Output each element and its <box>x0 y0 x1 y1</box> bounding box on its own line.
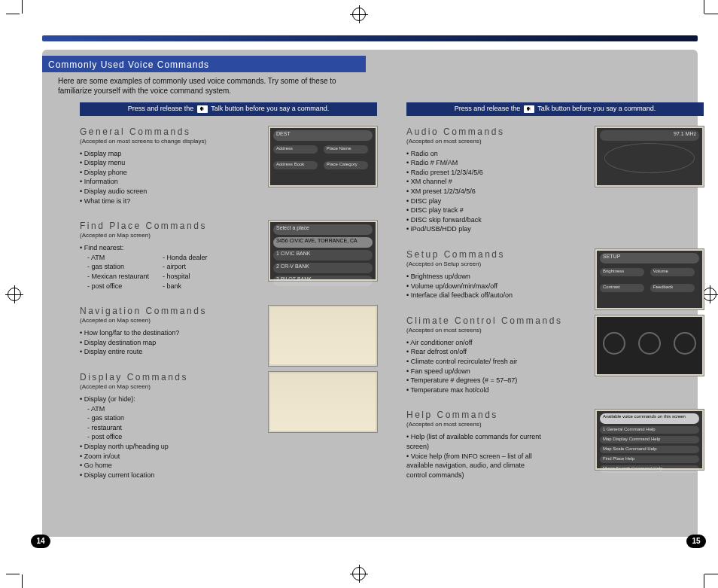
crop-mark <box>22 0 23 14</box>
right-column: Press and release the 🗣 Talk button befo… <box>406 102 704 495</box>
press-pre: Press and release the <box>455 105 521 112</box>
page-number-left: 14 <box>31 535 50 548</box>
talk-icon: 🗣 <box>524 105 534 113</box>
crop-mark <box>704 0 704 14</box>
press-post: Talk button before you say a command. <box>211 105 329 112</box>
cmd-block: Help Commands(Accepted on most screens)H… <box>406 410 704 480</box>
cmd-block: Climate Control Commands(Accepted on mos… <box>406 315 704 395</box>
press-pre: Press and release the <box>128 105 194 112</box>
cmd-block: Setup Commands(Accepted on Setup screen)… <box>406 249 704 300</box>
screenshot-thumbnail: Available voice commands on this screen1… <box>595 410 704 470</box>
cmd-list: Find nearest:ATMgas stationMexican resta… <box>80 243 215 291</box>
crop-mark <box>704 14 718 14</box>
cmd-list: Radio onRadio # FM/AMRadio preset 1/2/3/… <box>406 149 542 234</box>
cmd-list: Help (list of available commands for cur… <box>406 432 542 480</box>
screenshot-thumbnail: SETUPBrightnessVolumeContrastFeedback <box>595 249 704 309</box>
cmd-list: How long/far to the destination?Display … <box>80 328 215 357</box>
press-bar-left: Press and release the 🗣 Talk button befo… <box>80 102 377 116</box>
press-post: Talk button before you say a command. <box>537 105 656 112</box>
cmd-block: General Commands(Accepted on most screen… <box>80 126 377 206</box>
registration-mark-icon <box>703 288 716 301</box>
cmd-block: Audio Commands(Accepted on most screens)… <box>406 126 704 234</box>
screenshot-thumbnail <box>269 372 377 432</box>
crop-mark <box>704 574 704 588</box>
intro-text: Here are some examples of commonly used … <box>58 76 359 96</box>
crop-mark <box>22 574 23 588</box>
page-number-right: 15 <box>686 535 706 548</box>
crop-mark <box>704 574 718 574</box>
talk-icon: 🗣 <box>197 105 208 113</box>
cmd-list: Brightness up/downVolume up/down/min/max… <box>406 272 542 300</box>
cmd-block: Display Commands(Accepted on Map screen)… <box>80 372 377 480</box>
screenshot-thumbnail: DESTAddressPlace NameAddress BookPlace C… <box>269 126 377 187</box>
cmd-block: Find Place Commands(Accepted on Map scre… <box>80 221 377 291</box>
cmd-list: Display mapDisplay menuDisplay phoneInfo… <box>80 149 215 206</box>
cmd-list: Display (or hide):ATMgas stationrestaura… <box>80 395 215 480</box>
registration-mark-icon <box>8 288 21 301</box>
press-bar-right: Press and release the 🗣 Talk button befo… <box>406 102 704 116</box>
left-column: Press and release the 🗣 Talk button befo… <box>80 102 377 495</box>
cmd-block: Navigation Commands(Accepted on Map scre… <box>80 306 377 357</box>
screenshot-thumbnail: Select a place3456 CIVIC AVE, TORRANCE, … <box>269 221 377 281</box>
registration-mark-icon <box>352 8 366 21</box>
section-title: Commonly Used Voice Commands <box>42 56 366 72</box>
cmd-list: Air conditioner on/offRear defrost on/of… <box>406 338 542 395</box>
screenshot-thumbnail <box>595 315 704 376</box>
registration-mark-icon <box>352 567 366 580</box>
page: Commonly Used Voice Commands Here are so… <box>0 0 718 588</box>
screenshot-thumbnail <box>269 306 377 366</box>
screenshot-thumbnail: 97.1 MHz <box>595 126 704 187</box>
top-accent-bar <box>42 35 698 41</box>
crop-mark <box>6 574 20 574</box>
crop-mark <box>6 14 20 14</box>
